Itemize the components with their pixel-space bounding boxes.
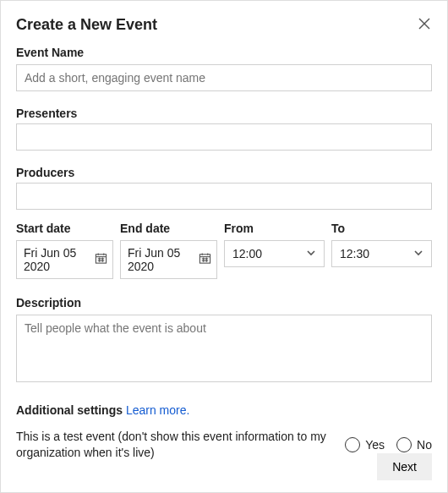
calendar-icon xyxy=(95,252,107,267)
producers-input[interactable] xyxy=(16,183,432,210)
presenters-label: Presenters xyxy=(16,107,432,120)
next-button[interactable]: Next xyxy=(377,453,432,480)
close-button[interactable] xyxy=(417,18,432,33)
test-event-no-radio[interactable]: No xyxy=(396,437,432,452)
from-time-select[interactable]: 12:00 xyxy=(224,240,325,267)
yes-label: Yes xyxy=(365,438,385,452)
radio-icon xyxy=(345,437,360,452)
start-date-picker[interactable]: Fri Jun 05 2020 xyxy=(16,240,113,279)
description-input[interactable] xyxy=(16,315,432,382)
to-time-select[interactable]: 12:30 xyxy=(331,240,432,267)
description-label: Description xyxy=(16,296,432,309)
test-event-yes-radio[interactable]: Yes xyxy=(345,437,385,452)
learn-more-link[interactable]: Learn more. xyxy=(126,403,189,417)
to-time-value: 12:30 xyxy=(340,247,369,260)
end-date-picker[interactable]: Fri Jun 05 2020 xyxy=(120,240,217,279)
radio-icon xyxy=(396,437,412,452)
from-time-value: 12:00 xyxy=(232,247,262,260)
chevron-down-icon xyxy=(306,247,316,260)
calendar-icon xyxy=(199,252,211,267)
chevron-down-icon xyxy=(413,247,423,260)
to-label: To xyxy=(331,222,432,235)
from-label: From xyxy=(224,222,325,235)
event-name-label: Event Name xyxy=(16,46,432,59)
additional-settings-heading: Additional settings xyxy=(16,403,123,417)
event-name-input[interactable] xyxy=(16,64,432,91)
start-date-label: Start date xyxy=(16,222,113,235)
start-date-value: Fri Jun 05 2020 xyxy=(24,246,95,273)
test-event-text: This is a test event (don't show this ev… xyxy=(16,429,333,461)
end-date-value: Fri Jun 05 2020 xyxy=(128,246,199,273)
end-date-label: End date xyxy=(120,222,217,235)
close-icon xyxy=(418,18,430,32)
producers-label: Producers xyxy=(16,166,432,179)
no-label: No xyxy=(417,438,432,452)
presenters-input[interactable] xyxy=(16,123,432,151)
dialog-title: Create a New Event xyxy=(16,16,157,34)
